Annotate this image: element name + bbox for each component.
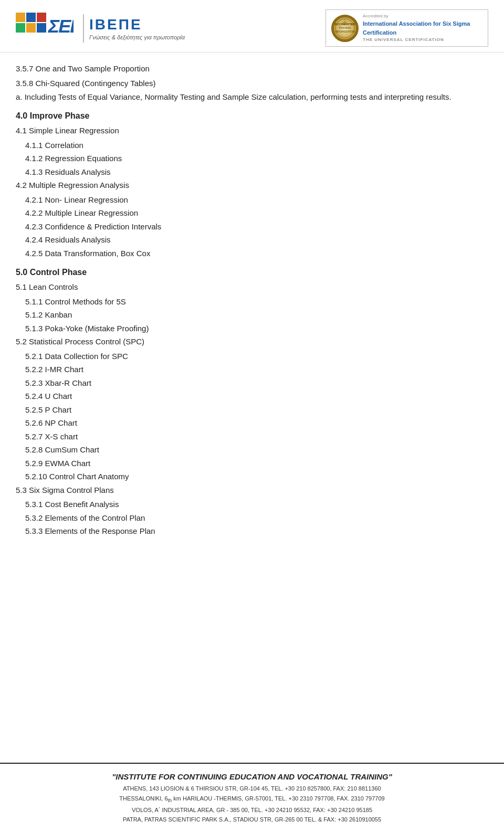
ibene-subtitle: Γνώσεις & δεξιότητες για πρωτοπορία — [89, 34, 185, 40]
badge-icon: ACCREDITED TRAINING ORGANIZATION — [331, 15, 359, 42]
item-4.1: 4.1 Simple Linear Regression — [16, 124, 488, 138]
svg-rect-4 — [26, 23, 36, 33]
header: ΣΕΒ IBEΠE Γνώσεις & δεξιότητες για πρωτο… — [0, 0, 504, 52]
main-content: 3.5.7 One and Two Sample Proportion 3.5.… — [0, 52, 504, 650]
intro-paragraph: a. Including Tests of Equal Variance, No… — [16, 91, 488, 103]
footer-line4: PATRA, PATRAS SCIENTIFIC PARK S.A., STAD… — [16, 815, 488, 825]
item-5.2.4: 5.2.4 U Chart — [16, 389, 488, 403]
item-5.3.2: 5.3.2 Elements of the Control Plan — [16, 511, 488, 525]
items-list-5: 5.1 Lean Controls 5.1.1 Control Methods … — [16, 280, 488, 538]
logo-left: ΣΕΒ IBEΠE Γνώσεις & δεξιότητες για πρωτο… — [16, 13, 185, 44]
item-5.2.9: 5.2.9 EWMA Chart — [16, 457, 488, 470]
accredited-text: Accredited by International Association … — [363, 13, 482, 43]
item-4.2: 4.2 Multiple Regression Analysis — [16, 178, 488, 192]
acc-label: Accredited by — [363, 13, 482, 19]
acc-tag: THE UNIVERSAL CERTIFICATION — [363, 37, 482, 43]
logo-divider — [83, 14, 84, 43]
item-4.2.1: 4.2.1 Non- Linear Regression — [16, 193, 488, 207]
svg-rect-2 — [37, 13, 46, 22]
item-4.1.2: 4.1.2 Regression Equations — [16, 152, 488, 165]
item-5.2.2: 5.2.2 I-MR Chart — [16, 363, 488, 376]
item-5.3.3: 5.3.3 Elements of the Response Plan — [16, 524, 488, 538]
svg-text:ORGANIZATION: ORGANIZATION — [335, 30, 355, 33]
acc-org: International Association for Six Sigma … — [363, 19, 482, 37]
items-list-4: 4.1 Simple Linear Regression 4.1.1 Corre… — [16, 124, 488, 260]
ibene-title: IBEΠE — [89, 16, 185, 33]
item-5.1: 5.1 Lean Controls — [16, 280, 488, 294]
item-4.2.5: 4.2.5 Data Transformation, Box Cox — [16, 247, 488, 260]
item-5.2.5: 5.2.5 P Chart — [16, 403, 488, 417]
svg-text:TRAINING: TRAINING — [339, 26, 351, 29]
item-5.2.10: 5.2.10 Control Chart Anatomy — [16, 470, 488, 483]
footer-line1: ATHENS, 143 LIOSION & 6 THIRSIOU STR, GR… — [16, 784, 488, 794]
item-4.2.3: 4.2.3 Confidence & Prediction Intervals — [16, 220, 488, 234]
item-358: 3.5.8 Chi-Squared (Contingency Tables) — [16, 77, 488, 90]
item-5.3.1: 5.3.1 Cost Benefit Analysis — [16, 498, 488, 511]
footer-line2: THESSALONIKI, 6th km HARILAOU -THERMIS, … — [16, 794, 488, 805]
svg-rect-0 — [16, 13, 25, 22]
item-5.2.1: 5.2.1 Data Collection for SPC — [16, 350, 488, 363]
footer-line3: VOLOS, A΄ INDUSTRIAL AREA, GR - 385 00, … — [16, 805, 488, 815]
item-4.1.1: 4.1.1 Correlation — [16, 139, 488, 152]
logo-right: ACCREDITED TRAINING ORGANIZATION Accredi… — [326, 9, 488, 47]
phase-40-heading: 4.0 Improve Phase — [16, 109, 488, 123]
page: ΣΕΒ IBEΠE Γνώσεις & δεξιότητες για πρωτο… — [0, 0, 504, 832]
item-4.1.3: 4.1.3 Residuals Analysis — [16, 165, 488, 179]
item-4.2.2: 4.2.2 Multiple Linear Regression — [16, 206, 488, 220]
item-5.1.1: 5.1.1 Control Methods for 5S — [16, 295, 488, 309]
item-5.2.7: 5.2.7 X-S chart — [16, 430, 488, 444]
item-4.2.4: 4.2.4 Residuals Analysis — [16, 233, 488, 247]
item-5.1.2: 5.1.2 Kanban — [16, 308, 488, 322]
item-5.2: 5.2 Statistical Process Control (SPC) — [16, 335, 488, 349]
phase-50-heading: 5.0 Control Phase — [16, 265, 488, 279]
item-5.2.6: 5.2.6 NP Chart — [16, 416, 488, 430]
svg-rect-3 — [16, 23, 25, 33]
svg-rect-5 — [37, 23, 46, 33]
svg-rect-1 — [26, 13, 36, 22]
seb-logo: ΣΕΒ — [16, 13, 74, 44]
accredited-box: ACCREDITED TRAINING ORGANIZATION Accredi… — [326, 9, 488, 47]
svg-text:ΣΕΒ: ΣΕΒ — [48, 15, 74, 37]
item-357: 3.5.7 One and Two Sample Proportion — [16, 62, 488, 76]
item-5.3: 5.3 Six Sigma Control Plans — [16, 483, 488, 497]
item-5.2.3: 5.2.3 Xbar-R Chart — [16, 376, 488, 390]
footer-title: "INSTITUTE FOR CONTINUING EDUCATION AND … — [16, 772, 488, 781]
item-5.1.3: 5.1.3 Poka-Yoke (Mistake Proofing) — [16, 322, 488, 335]
ibene-block: IBEΠE Γνώσεις & δεξιότητες για πρωτοπορί… — [89, 16, 185, 40]
item-5.2.8: 5.2.8 CumSum Chart — [16, 443, 488, 457]
footer: "INSTITUTE FOR CONTINUING EDUCATION AND … — [0, 763, 504, 832]
